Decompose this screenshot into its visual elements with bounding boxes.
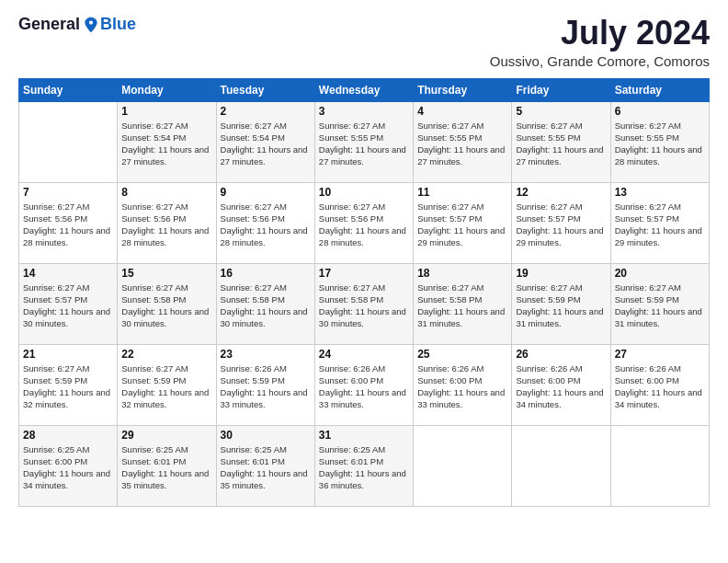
day-number: 13 [615,186,705,199]
day-number: 9 [221,186,311,199]
day-info: Sunrise: 6:27 AMSunset: 5:58 PMDaylight:… [319,282,409,330]
title-block: July 2024 Oussivo, Grande Comore, Comoro… [490,15,710,69]
calendar-cell: 1 Sunrise: 6:27 AMSunset: 5:54 PMDayligh… [118,101,216,182]
calendar-cell: 28 Sunrise: 6:25 AMSunset: 6:00 PMDaylig… [19,425,118,506]
day-info: Sunrise: 6:26 AMSunset: 6:00 PMDaylight:… [615,362,705,411]
calendar-header-row: Sunday Monday Tuesday Wednesday Thursday… [19,78,710,101]
calendar-cell: 23 Sunrise: 6:26 AMSunset: 5:59 PMDaylig… [216,344,314,425]
day-info: Sunrise: 6:27 AMSunset: 5:59 PMDaylight:… [516,282,606,330]
day-info: Sunrise: 6:27 AMSunset: 5:54 PMDaylight:… [221,120,311,168]
day-number: 6 [615,105,705,118]
calendar-week-row: 14 Sunrise: 6:27 AMSunset: 5:57 PMDaylig… [19,263,710,344]
day-info: Sunrise: 6:27 AMSunset: 5:59 PMDaylight:… [615,282,705,330]
day-number: 29 [121,429,211,442]
day-info: Sunrise: 6:27 AMSunset: 5:57 PMDaylight:… [615,201,705,249]
day-info: Sunrise: 6:27 AMSunset: 5:55 PMDaylight:… [516,120,606,168]
calendar-cell: 14 Sunrise: 6:27 AMSunset: 5:57 PMDaylig… [19,263,118,344]
day-info: Sunrise: 6:27 AMSunset: 5:55 PMDaylight:… [319,120,409,168]
day-number: 22 [121,348,211,361]
calendar-cell: 19 Sunrise: 6:27 AMSunset: 5:59 PMDaylig… [512,263,610,344]
calendar-cell: 22 Sunrise: 6:27 AMSunset: 5:59 PMDaylig… [118,344,216,425]
day-info: Sunrise: 6:25 AMSunset: 6:01 PMDaylight:… [319,443,409,492]
calendar-week-row: 21 Sunrise: 6:27 AMSunset: 5:59 PMDaylig… [19,344,710,425]
day-info: Sunrise: 6:27 AMSunset: 5:58 PMDaylight:… [417,282,507,330]
day-info: Sunrise: 6:27 AMSunset: 5:56 PMDaylight:… [221,201,311,249]
calendar-cell: 29 Sunrise: 6:25 AMSunset: 6:01 PMDaylig… [118,425,216,506]
calendar-cell: 21 Sunrise: 6:27 AMSunset: 5:59 PMDaylig… [19,344,118,425]
day-number: 1 [121,105,211,118]
day-info: Sunrise: 6:27 AMSunset: 5:58 PMDaylight:… [121,282,211,330]
header-saturday: Saturday [610,78,709,101]
calendar-cell [512,425,610,506]
header-tuesday: Tuesday [216,78,314,101]
header-friday: Friday [512,78,610,101]
day-info: Sunrise: 6:26 AMSunset: 6:00 PMDaylight:… [516,362,606,411]
logo-blue-text: Blue [100,15,136,34]
logo-general-text: General [18,15,80,34]
calendar-cell: 2 Sunrise: 6:27 AMSunset: 5:54 PMDayligh… [216,101,314,182]
calendar-cell: 3 Sunrise: 6:27 AMSunset: 5:55 PMDayligh… [314,101,413,182]
header-wednesday: Wednesday [314,78,413,101]
location-text: Oussivo, Grande Comore, Comoros [490,53,710,69]
calendar-cell: 24 Sunrise: 6:26 AMSunset: 6:00 PMDaylig… [314,344,413,425]
day-number: 24 [319,348,409,361]
header-monday: Monday [118,78,216,101]
day-number: 3 [319,105,409,118]
calendar-cell: 7 Sunrise: 6:27 AMSunset: 5:56 PMDayligh… [19,182,118,263]
header: General Blue July 2024 Oussivo, Grande C… [18,15,710,69]
page: General Blue July 2024 Oussivo, Grande C… [0,0,728,563]
calendar-cell: 25 Sunrise: 6:26 AMSunset: 6:00 PMDaylig… [414,344,512,425]
day-number: 8 [121,186,211,199]
logo-icon [82,16,100,34]
day-info: Sunrise: 6:27 AMSunset: 5:57 PMDaylight:… [516,201,606,249]
calendar-cell: 10 Sunrise: 6:27 AMSunset: 5:56 PMDaylig… [314,182,413,263]
day-info: Sunrise: 6:27 AMSunset: 5:56 PMDaylight:… [23,201,113,249]
day-number: 7 [23,186,113,199]
day-number: 17 [319,267,409,280]
day-number: 18 [417,267,507,280]
logo: General Blue [18,15,136,34]
calendar-cell: 26 Sunrise: 6:26 AMSunset: 6:00 PMDaylig… [512,344,610,425]
day-info: Sunrise: 6:27 AMSunset: 5:56 PMDaylight:… [319,201,409,249]
calendar-cell: 31 Sunrise: 6:25 AMSunset: 6:01 PMDaylig… [314,425,413,506]
calendar-cell: 4 Sunrise: 6:27 AMSunset: 5:55 PMDayligh… [414,101,512,182]
day-number: 27 [615,348,705,361]
day-info: Sunrise: 6:27 AMSunset: 5:58 PMDaylight:… [221,282,311,330]
day-number: 5 [516,105,606,118]
day-number: 15 [121,267,211,280]
day-info: Sunrise: 6:27 AMSunset: 5:57 PMDaylight:… [23,282,113,330]
day-number: 31 [319,429,409,442]
calendar-cell: 20 Sunrise: 6:27 AMSunset: 5:59 PMDaylig… [610,263,709,344]
day-number: 28 [23,429,113,442]
calendar-cell: 16 Sunrise: 6:27 AMSunset: 5:58 PMDaylig… [216,263,314,344]
day-info: Sunrise: 6:26 AMSunset: 6:00 PMDaylight:… [417,362,507,411]
calendar-week-row: 1 Sunrise: 6:27 AMSunset: 5:54 PMDayligh… [19,101,710,182]
day-number: 14 [23,267,113,280]
day-number: 11 [417,186,507,199]
calendar-cell: 12 Sunrise: 6:27 AMSunset: 5:57 PMDaylig… [512,182,610,263]
calendar-cell [19,101,118,182]
calendar-cell: 18 Sunrise: 6:27 AMSunset: 5:58 PMDaylig… [414,263,512,344]
day-number: 2 [221,105,311,118]
day-info: Sunrise: 6:25 AMSunset: 6:01 PMDaylight:… [121,443,211,492]
calendar-cell [414,425,512,506]
day-number: 16 [221,267,311,280]
day-number: 26 [516,348,606,361]
day-number: 10 [319,186,409,199]
day-info: Sunrise: 6:27 AMSunset: 5:59 PMDaylight:… [121,362,211,411]
day-number: 25 [417,348,507,361]
calendar-cell [610,425,709,506]
calendar-cell: 9 Sunrise: 6:27 AMSunset: 5:56 PMDayligh… [216,182,314,263]
calendar-cell: 6 Sunrise: 6:27 AMSunset: 5:55 PMDayligh… [610,101,709,182]
day-info: Sunrise: 6:27 AMSunset: 5:56 PMDaylight:… [121,201,211,249]
day-info: Sunrise: 6:27 AMSunset: 5:54 PMDaylight:… [121,120,211,168]
day-info: Sunrise: 6:27 AMSunset: 5:55 PMDaylight:… [417,120,507,168]
calendar-cell: 17 Sunrise: 6:27 AMSunset: 5:58 PMDaylig… [314,263,413,344]
calendar-week-row: 28 Sunrise: 6:25 AMSunset: 6:00 PMDaylig… [19,425,710,506]
calendar-cell: 5 Sunrise: 6:27 AMSunset: 5:55 PMDayligh… [512,101,610,182]
calendar-table: Sunday Monday Tuesday Wednesday Thursday… [18,78,710,507]
day-info: Sunrise: 6:25 AMSunset: 6:00 PMDaylight:… [23,443,113,492]
day-info: Sunrise: 6:26 AMSunset: 6:00 PMDaylight:… [319,362,409,411]
day-number: 21 [23,348,113,361]
calendar-week-row: 7 Sunrise: 6:27 AMSunset: 5:56 PMDayligh… [19,182,710,263]
